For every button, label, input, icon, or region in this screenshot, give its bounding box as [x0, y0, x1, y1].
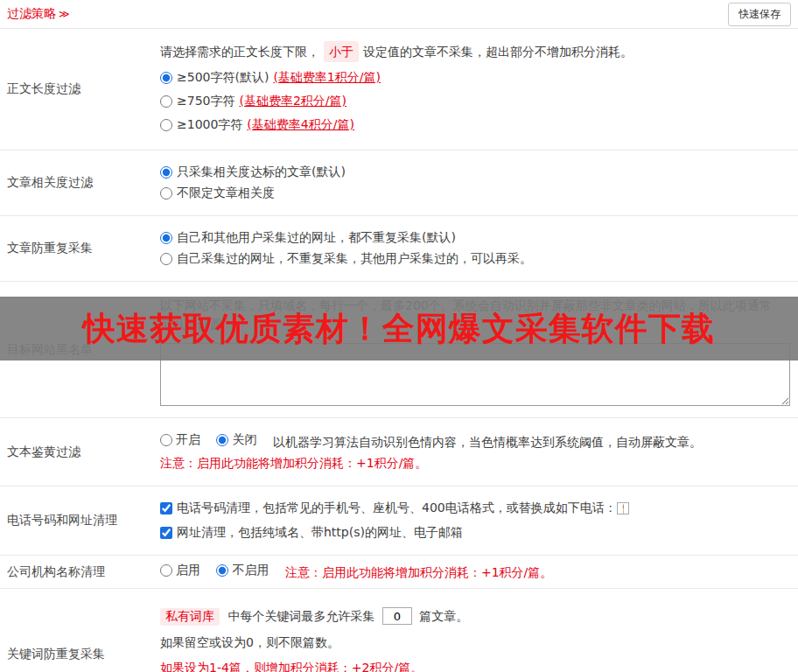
quick-save-button[interactable]: 快速保存	[728, 3, 791, 26]
porn-filter-options: 开启 关闭 以机器学习算法自动识别色情内容，当色情概率达到系统阈值，自动屏蔽文章…	[160, 432, 791, 451]
keyword-dedup-line2: 如果留空或设为0，则不限篇数。	[160, 635, 791, 651]
phone-clean-checkbox[interactable]	[160, 502, 172, 514]
company-clean-disable-option: 不启用	[216, 563, 269, 578]
dedup-option-all-users-label: 自己和其他用户采集过的网址，都不重复采集(默认)	[177, 230, 456, 246]
phone-clean-label: 电话号码清理，包括常见的手机号、座机号、400电话格式，或替换成如下电话：	[177, 500, 617, 516]
dedup-option-self-only-label: 自己采集过的网址，不重复采集，其他用户采集过的，可以再采。	[177, 251, 532, 267]
length-option-750-radio[interactable]	[160, 95, 172, 108]
page-title: 过滤策略	[7, 6, 56, 22]
relevance-option-any: 不限定文章相关度	[160, 186, 791, 201]
keyword-max-count-input[interactable]	[382, 607, 412, 625]
row-label-relevance-filter: 文章相关度过滤	[0, 150, 153, 215]
length-option-750-label: ≥750字符	[177, 94, 234, 109]
row-label-porn-filter: 文本鉴黄过滤	[0, 418, 153, 486]
row-label-phone-url-clean: 电话号码和网址清理	[0, 486, 153, 555]
private-thesaurus-highlight: 私有词库	[160, 608, 220, 626]
row-porn-filter: 文本鉴黄过滤 开启 关闭 以机器学习算法自动识别色情内容，当色情概率达到系统阈值…	[0, 418, 798, 486]
row-label-length-filter: 正文长度过滤	[0, 29, 153, 150]
porn-filter-off-option: 关闭	[216, 432, 256, 448]
phone-replacement-input[interactable]	[617, 502, 629, 514]
porn-filter-note: 注意：启用此功能将增加积分消耗：+1积分/篇。	[160, 456, 791, 472]
company-clean-enable-radio[interactable]	[160, 564, 172, 577]
row-label-dedup-filter: 文章防重复采集	[0, 216, 153, 281]
company-clean-enable-option: 启用	[160, 563, 200, 578]
url-clean-option: 网址清理，包括纯域名、带http(s)的网址、电子邮箱	[160, 525, 791, 541]
row-label-company-clean: 公司机构名称清理	[0, 556, 153, 588]
dedup-option-self-only-radio[interactable]	[160, 253, 172, 265]
relevance-option-any-radio[interactable]	[160, 187, 172, 200]
keyword-dedup-line3: 如果设为1-4篇，则增加积分消耗：+2积分/篇。	[160, 661, 791, 672]
dedup-option-all-users: 自己和其他用户采集过的网址，都不重复采集(默认)	[160, 230, 791, 246]
length-option-1000-rate: (基础费率4积分/篇)	[247, 117, 354, 133]
length-option-500-rate: (基础费率1积分/篇)	[273, 70, 381, 86]
length-option-750: ≥750字符 (基础费率2积分/篇)	[160, 94, 791, 109]
relevance-option-strict-label: 只采集相关度达标的文章(默认)	[177, 164, 346, 180]
company-clean-options: 启用 不启用 注意：启用此功能将增加积分消耗：+1积分/篇。	[160, 563, 791, 581]
porn-filter-on-label: 开启	[176, 432, 200, 448]
length-option-1000-label: ≥1000字符	[177, 117, 242, 133]
promo-banner-text: 快速获取优质素材！全网爆文采集软件下载	[83, 307, 715, 351]
company-clean-enable-label: 启用	[176, 563, 200, 578]
length-filter-description: 请选择需求的正文长度下限，小于设定值的文章不采集，超出部分不增加积分消耗。	[160, 41, 791, 62]
porn-filter-off-label: 关闭	[232, 432, 256, 448]
length-option-500-label: ≥500字符(默认)	[177, 70, 269, 86]
url-clean-label: 网址清理，包括纯域名、带http(s)的网址、电子邮箱	[177, 525, 463, 541]
topbar: 过滤策略 ≫ 快速保存	[0, 0, 798, 29]
row-label-keyword-dedup: 关键词防重复采集	[0, 589, 153, 672]
keyword-dedup-line1: 私有词库 中每个关键词最多允许采集 篇文章。	[160, 607, 791, 626]
dedup-option-all-users-radio[interactable]	[160, 232, 172, 244]
porn-filter-off-radio[interactable]	[216, 434, 228, 446]
length-option-750-rate: (基础费率2积分/篇)	[239, 94, 346, 109]
porn-filter-on-option: 开启	[160, 432, 200, 448]
row-relevance-filter: 文章相关度过滤 只采集相关度达标的文章(默认) 不限定文章相关度	[0, 150, 798, 216]
length-option-1000: ≥1000字符 (基础费率4积分/篇)	[160, 117, 791, 133]
relevance-option-any-label: 不限定文章相关度	[177, 186, 275, 201]
page-title-toggle[interactable]: 过滤策略 ≫	[7, 6, 70, 22]
row-company-clean: 公司机构名称清理 启用 不启用 注意：启用此功能将增加积分消耗：+1积分/篇。	[0, 556, 798, 589]
promo-banner[interactable]: 快速获取优质素材！全网爆文采集软件下载	[0, 297, 798, 360]
phone-clean-option: 电话号码清理，包括常见的手机号、座机号、400电话格式，或替换成如下电话：	[160, 500, 791, 516]
dedup-option-self-only: 自己采集过的网址，不重复采集，其他用户采集过的，可以再采。	[160, 251, 791, 267]
porn-filter-description: 以机器学习算法自动识别色情内容，当色情概率达到系统阈值，自动屏蔽文章。	[273, 435, 702, 449]
length-option-500-radio[interactable]	[160, 72, 172, 84]
row-length-filter: 正文长度过滤 请选择需求的正文长度下限，小于设定值的文章不采集，超出部分不增加积…	[0, 29, 798, 150]
row-phone-url-clean: 电话号码和网址清理 电话号码清理，包括常见的手机号、座机号、400电话格式，或替…	[0, 486, 798, 556]
relevance-option-strict-radio[interactable]	[160, 166, 172, 178]
length-option-1000-radio[interactable]	[160, 119, 172, 131]
row-dedup-filter: 文章防重复采集 自己和其他用户采集过的网址，都不重复采集(默认) 自己采集过的网…	[0, 216, 798, 282]
company-clean-disable-radio[interactable]	[216, 564, 228, 577]
company-clean-note: 注意：启用此功能将增加积分消耗：+1积分/篇。	[285, 565, 552, 579]
url-clean-checkbox[interactable]	[160, 527, 172, 539]
less-than-highlight: 小于	[324, 41, 359, 62]
row-keyword-dedup: 关键词防重复采集 私有词库 中每个关键词最多允许采集 篇文章。 如果留空或设为0…	[0, 589, 798, 672]
collapse-arrow-icon: ≫	[59, 8, 70, 20]
porn-filter-on-radio[interactable]	[160, 434, 172, 446]
length-option-500: ≥500字符(默认) (基础费率1积分/篇)	[160, 70, 791, 86]
company-clean-disable-label: 不启用	[232, 563, 269, 578]
relevance-option-strict: 只采集相关度达标的文章(默认)	[160, 164, 791, 180]
